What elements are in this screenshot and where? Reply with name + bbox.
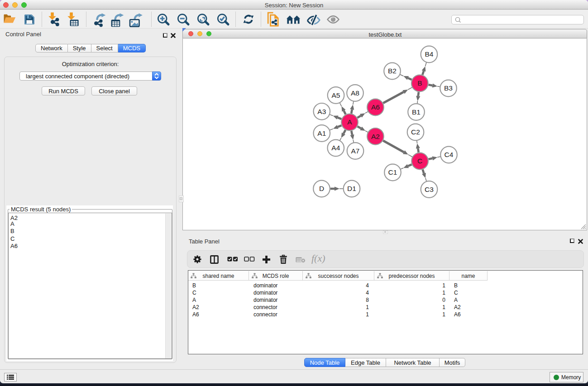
svg-text:A3: A3 bbox=[317, 108, 326, 115]
svg-text:A5: A5 bbox=[332, 91, 340, 99]
svg-text:C4: C4 bbox=[445, 151, 454, 158]
svg-text:B3: B3 bbox=[444, 84, 453, 92]
svg-text:D: D bbox=[319, 185, 324, 192]
svg-text:D1: D1 bbox=[347, 185, 356, 192]
svg-text:A7: A7 bbox=[351, 147, 360, 155]
svg-text:B: B bbox=[417, 79, 422, 87]
svg-text:B1: B1 bbox=[412, 108, 421, 116]
svg-text:A: A bbox=[347, 118, 352, 126]
svg-text:A4: A4 bbox=[331, 144, 340, 152]
svg-text:B2: B2 bbox=[388, 67, 397, 75]
svg-text:A8: A8 bbox=[351, 89, 359, 97]
svg-text:C: C bbox=[417, 157, 422, 165]
svg-text:C1: C1 bbox=[388, 168, 397, 176]
svg-text:B4: B4 bbox=[425, 50, 433, 58]
svg-text:C3: C3 bbox=[425, 186, 434, 193]
svg-text:A1: A1 bbox=[317, 129, 326, 137]
svg-text:C2: C2 bbox=[411, 128, 420, 136]
svg-text:A6: A6 bbox=[371, 103, 380, 111]
svg-text:A2: A2 bbox=[371, 133, 380, 140]
